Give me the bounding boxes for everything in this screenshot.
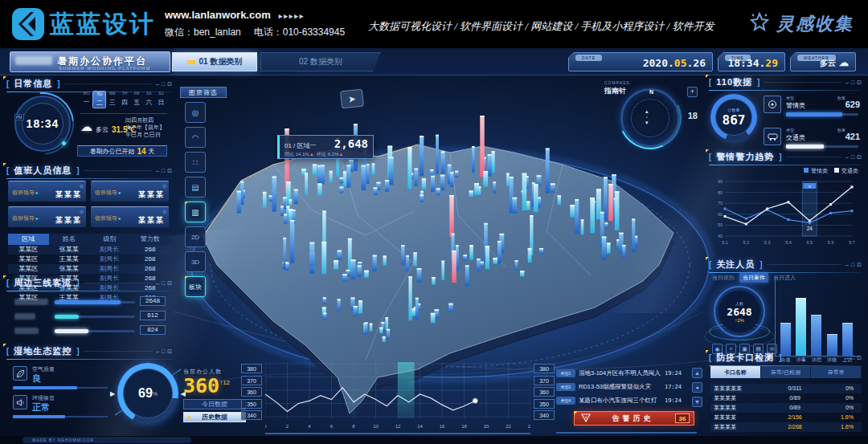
panel-title: 湿地生态监控 xyxy=(14,345,72,357)
traffic-icon xyxy=(764,128,781,145)
checkpoint-row[interactable]: 某某某某0/890% xyxy=(710,403,862,413)
expand-icon[interactable]: ⊡ xyxy=(167,348,172,354)
layer-button-building[interactable]: ▤ xyxy=(185,177,206,198)
minimize-icon[interactable]: – xyxy=(845,355,849,360)
checkpoint-row[interactable]: 某某某某2/2681.6% xyxy=(710,422,862,432)
checkpoint-row[interactable]: 某某某某0/890% xyxy=(710,393,862,403)
compass-ring[interactable]: N ▴◦▾ xyxy=(620,88,680,148)
zoom-plus-button[interactable]: + xyxy=(687,87,698,97)
tab-data-category-2[interactable]: 02 数据类别 xyxy=(260,52,381,71)
maximize-icon[interactable]: □ xyxy=(851,154,854,160)
layer-button-barchart[interactable]: ▥ xyxy=(185,202,206,222)
panel-window-buttons[interactable]: –□⊡ xyxy=(845,262,862,267)
expand-icon[interactable]: ⊡ xyxy=(857,154,862,160)
office-count-block: 当前办公人数 360↑12 今日数据 历史数据 xyxy=(183,368,248,422)
checkpoint-col-header[interactable]: 异常/已检测 xyxy=(761,366,812,378)
layer-button-camera[interactable]: ◎ xyxy=(185,102,206,123)
checkpoint-col-header[interactable]: 异常率 xyxy=(811,366,862,378)
alert-history-button[interactable]: 告警历史 36 xyxy=(574,411,694,426)
weekday-mo[interactable]: MO一 xyxy=(80,91,92,108)
duty-table-row[interactable]: 某某区王某某副局长268 xyxy=(8,255,170,264)
gauge-left-arrow[interactable]: ▶ xyxy=(110,390,115,397)
maximize-icon[interactable]: □ xyxy=(162,168,165,173)
count-gauge: 计数量867 xyxy=(710,94,757,141)
today-data-button[interactable]: 今日数据 xyxy=(183,399,246,409)
maximize-icon[interactable]: □ xyxy=(851,79,854,85)
duty-leader-card[interactable]: 值班领导 ▸⊙某某某 xyxy=(8,206,86,227)
panel-window-buttons[interactable]: –□⊡ xyxy=(156,81,172,87)
duty-table-row[interactable]: 某某区张某某副局长268 xyxy=(8,264,170,274)
legend-item[interactable]: 交通类 xyxy=(834,167,858,175)
panel-window-buttons[interactable]: –□⊡ xyxy=(845,79,862,85)
expand-icon[interactable]: ⊡ xyxy=(167,168,172,173)
panel-window-buttons[interactable]: –□⊡ xyxy=(156,348,172,354)
minimize-icon[interactable]: – xyxy=(156,81,159,87)
duty-leader-card[interactable]: 值班领导 ▸⊙某某某 xyxy=(91,181,169,202)
chart-scrollbar[interactable] xyxy=(265,433,530,434)
duty-table-row[interactable]: 某某区张某某副局长268 xyxy=(8,245,170,255)
redacted-line-label xyxy=(14,313,35,320)
minimize-icon[interactable]: – xyxy=(156,168,159,173)
weekday-th[interactable]: TH四 xyxy=(118,91,130,108)
gauge-value: 69 xyxy=(138,386,153,401)
duty-leader-card[interactable]: 值班领导 ▸⊙某某某 xyxy=(8,181,86,202)
scroll-down-button[interactable]: ▼ xyxy=(692,397,702,407)
checkpoint-row[interactable]: 某某某某某0/3110% xyxy=(710,384,862,393)
weekday-fr[interactable]: FR五 xyxy=(131,91,143,108)
expand-icon[interactable]: ⊡ xyxy=(167,81,172,87)
svg-text:60: 60 xyxy=(718,212,723,217)
maximize-icon[interactable]: □ xyxy=(162,348,165,354)
panel-window-buttons[interactable]: –□⊡ xyxy=(845,355,862,360)
expand-icon[interactable]: ⊡ xyxy=(857,262,862,267)
weekday-row[interactable]: MO一TU二WE三TH四FR五SA六SU日 xyxy=(80,91,167,108)
collect-label: 灵感收集 xyxy=(776,12,854,36)
focus-tab[interactable]: 当日案件 xyxy=(739,273,768,283)
minimize-icon[interactable]: – xyxy=(845,79,849,85)
layer-button-grid[interactable]: ∷ xyxy=(185,152,206,173)
focus-tab[interactable]: 当日抓拍 xyxy=(712,274,735,282)
expand-icon[interactable]: ⊡ xyxy=(167,280,172,286)
checkpoint-col-header[interactable]: 卡口名称 xyxy=(710,366,761,378)
panel-window-buttons[interactable]: –□⊡ xyxy=(156,280,172,286)
minimize-icon[interactable]: – xyxy=(156,280,159,286)
expand-icon[interactable]: ⊡ xyxy=(857,79,862,85)
tab-data-category-1[interactable]: 01 数据类别 xyxy=(172,52,257,71)
legend-item[interactable]: 警情类 xyxy=(804,167,828,175)
maximize-icon[interactable]: □ xyxy=(162,81,165,87)
alert-row[interactable]: 类型1湿地3-104片区有不明人员闯入19:24 xyxy=(556,368,682,379)
compass-north: N xyxy=(649,89,653,95)
weekday-we[interactable]: WE三 xyxy=(106,91,118,108)
alert-row[interactable]: 类型2RD13-53烟感报警疑似火灾17:24 xyxy=(556,381,682,393)
expand-icon[interactable]: ⊡ xyxy=(857,355,862,360)
maximize-icon[interactable]: □ xyxy=(851,355,854,360)
layer-button-blocks[interactable]: 板块 xyxy=(185,276,206,297)
weekday-su[interactable]: SU日 xyxy=(155,91,167,108)
layer-button-signal[interactable]: ◠ xyxy=(185,127,206,148)
weekday-tu[interactable]: TU二 xyxy=(92,91,106,108)
layer-button-2d[interactable]: 2D xyxy=(185,226,206,247)
inspiration-collect[interactable]: 灵感收集 xyxy=(749,11,854,37)
panel-title: 110数据 xyxy=(716,76,752,88)
focus-bar-chart: 264在逃311涉毒279涉恐242涉稳264上访 xyxy=(775,276,860,356)
scroll-current-button[interactable]: ● xyxy=(692,382,702,393)
weekday-sa[interactable]: SA六 xyxy=(143,91,155,108)
duty-col-header[interactable]: 级别 xyxy=(89,234,130,245)
maximize-icon[interactable]: □ xyxy=(851,262,854,267)
minimize-icon[interactable]: – xyxy=(156,348,159,354)
checkpoint-row[interactable]: 某某某某2/1561.6% xyxy=(710,413,862,422)
duty-col-header[interactable]: 警力数 xyxy=(130,234,171,245)
duty-leader-card[interactable]: 值班领导 ▸⊙某某某 xyxy=(91,206,169,227)
scroll-up-button[interactable]: ▲ xyxy=(692,368,702,378)
footer-note: MADE BY NEHOMMICOR xyxy=(23,437,191,443)
duty-col-header[interactable]: 姓名 xyxy=(49,234,90,245)
minimize-icon[interactable]: – xyxy=(845,262,849,267)
maximize-icon[interactable]: □ xyxy=(162,280,165,286)
alert-row[interactable]: 类型4某路口有小汽车连闯三个红灯19:24 xyxy=(556,395,682,406)
layer-button-3d[interactable]: 3D xyxy=(185,251,206,272)
duty-col-header[interactable]: 区域 xyxy=(8,234,49,245)
banner-website[interactable]: www.lanlanwork.com xyxy=(165,9,271,21)
panel-window-buttons[interactable]: –□⊡ xyxy=(845,154,862,160)
minimize-icon[interactable]: – xyxy=(845,154,849,160)
history-data-button[interactable]: 历史数据 xyxy=(183,412,246,422)
panel-window-buttons[interactable]: –□⊡ xyxy=(156,168,172,173)
